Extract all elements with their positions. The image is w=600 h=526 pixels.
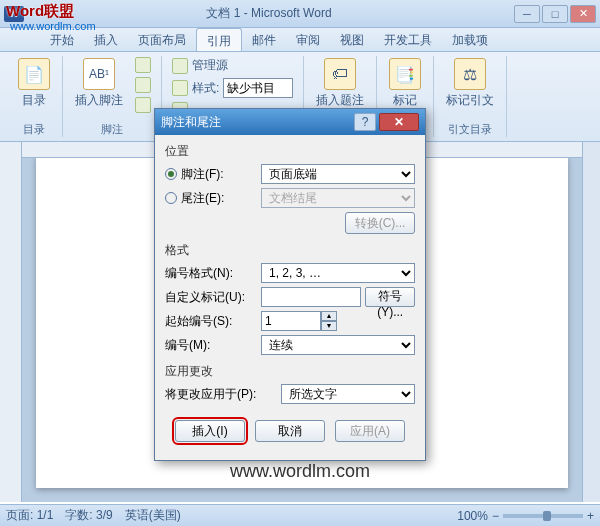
mark-citation-button[interactable]: ⚖ 标记引文: [442, 56, 498, 111]
insert-footnote-button[interactable]: AB¹ 插入脚注: [71, 56, 127, 114]
next-icon: [135, 77, 151, 93]
zoom-in-button[interactable]: +: [587, 509, 594, 523]
status-lang[interactable]: 英语(美国): [125, 507, 181, 524]
minimize-button[interactable]: ─: [514, 5, 540, 23]
footnote-icon: AB¹: [83, 58, 115, 90]
maximize-button[interactable]: □: [542, 5, 568, 23]
apply-to-select[interactable]: 所选文字: [281, 384, 415, 404]
insert-endnote-button[interactable]: [133, 56, 153, 74]
style-icon: [172, 80, 188, 96]
close-button[interactable]: ✕: [570, 5, 596, 23]
mark-cite-label: 标记引文: [446, 92, 494, 109]
tab-review[interactable]: 审阅: [286, 28, 330, 51]
custom-mark-label: 自定义标记(U):: [165, 289, 255, 306]
custom-mark-input[interactable]: [261, 287, 361, 307]
show-icon: [135, 97, 151, 113]
section-format-label: 格式: [165, 242, 415, 259]
toc-label: 目录: [22, 92, 46, 109]
page-watermark-url: www.wordlm.com: [0, 461, 600, 482]
tab-layout[interactable]: 页面布局: [128, 28, 196, 51]
dialog-title: 脚注和尾注: [161, 114, 354, 131]
mark-icon: 📑: [389, 58, 421, 90]
tab-view[interactable]: 视图: [330, 28, 374, 51]
tab-mailings[interactable]: 邮件: [242, 28, 286, 51]
manage-sources-button[interactable]: 管理源: [170, 56, 230, 75]
dialog-close-button[interactable]: ✕: [379, 113, 419, 131]
endnote-radio[interactable]: [165, 192, 177, 204]
dialog-help-button[interactable]: ?: [354, 113, 376, 131]
insert-caption-button[interactable]: 🏷 插入题注: [312, 56, 368, 111]
zoom-value[interactable]: 100%: [457, 509, 488, 523]
footnote-position-select[interactable]: 页面底端: [261, 164, 415, 184]
mark-cite-icon: ⚖: [454, 58, 486, 90]
status-page[interactable]: 页面: 1/1: [6, 507, 53, 524]
start-at-label: 起始编号(S):: [165, 313, 255, 330]
watermark-url: www.wordlm.com: [10, 20, 96, 32]
caption-label: 插入题注: [316, 92, 364, 109]
spin-up-button[interactable]: ▲: [321, 311, 337, 321]
apply-button: 应用(A): [335, 420, 405, 442]
caption-icon: 🏷: [324, 58, 356, 90]
show-notes-button[interactable]: [133, 96, 153, 114]
apply-to-label: 将更改应用于(P):: [165, 386, 275, 403]
zoom-out-button[interactable]: −: [492, 509, 499, 523]
ribbon-group-toc: 📄 目录 目录: [6, 56, 63, 137]
manage-icon: [172, 58, 188, 74]
zoom-controls: 100% − +: [457, 509, 594, 523]
endnote-icon: [135, 57, 151, 73]
tab-references[interactable]: 引用: [196, 28, 242, 51]
cancel-button[interactable]: 取消: [255, 420, 325, 442]
toc-group-label: 目录: [23, 120, 45, 137]
status-bar: 页面: 1/1 字数: 3/9 英语(美国) 100% − +: [0, 504, 600, 526]
authorities-group-label: 引文目录: [448, 120, 492, 137]
footnote-radio[interactable]: [165, 168, 177, 180]
ribbon-group-authorities: ⚖ 标记引文 引文目录: [434, 56, 507, 137]
dialog-titlebar[interactable]: 脚注和尾注 ? ✕: [155, 109, 425, 135]
numbering-select[interactable]: 连续: [261, 335, 415, 355]
window-title: 文档 1 - Microsoft Word: [24, 5, 514, 22]
tab-addins[interactable]: 加载项: [442, 28, 498, 51]
style-selector[interactable]: 样式:: [170, 77, 295, 99]
convert-button: 转换(C)...: [345, 212, 415, 234]
vertical-scrollbar[interactable]: [582, 142, 600, 502]
vertical-ruler[interactable]: [0, 142, 22, 502]
status-words[interactable]: 字数: 3/9: [65, 507, 112, 524]
zoom-slider[interactable]: [503, 514, 583, 518]
tab-developer[interactable]: 开发工具: [374, 28, 442, 51]
next-footnote-button[interactable]: [133, 76, 153, 94]
footnote-radio-label[interactable]: 脚注(F):: [165, 166, 255, 183]
insert-button[interactable]: 插入(I): [175, 420, 245, 442]
toc-button[interactable]: 📄 目录: [14, 56, 54, 111]
endnote-position-select: 文档结尾: [261, 188, 415, 208]
numbering-label: 编号(M):: [165, 337, 255, 354]
mark-entry-button[interactable]: 📑 标记: [385, 56, 425, 111]
number-format-label: 编号格式(N):: [165, 265, 255, 282]
section-position-label: 位置: [165, 143, 415, 160]
style-input[interactable]: [223, 78, 293, 98]
toc-icon: 📄: [18, 58, 50, 90]
number-format-select[interactable]: 1, 2, 3, …: [261, 263, 415, 283]
ribbon-group-footnote: AB¹ 插入脚注 脚注: [63, 56, 162, 137]
footnote-endnote-dialog: 脚注和尾注 ? ✕ 位置 脚注(F): 页面底端 尾注(E): 文档结尾 转换(…: [154, 108, 426, 461]
footnote-label: 插入脚注: [75, 92, 123, 109]
section-apply-label: 应用更改: [165, 363, 415, 380]
spin-down-button[interactable]: ▼: [321, 321, 337, 331]
start-at-input[interactable]: [261, 311, 321, 331]
symbol-button[interactable]: 符号(Y)...: [365, 287, 415, 307]
watermark-logo: Word联盟: [6, 2, 74, 21]
mark-label: 标记: [393, 92, 417, 109]
endnote-radio-label[interactable]: 尾注(E):: [165, 190, 255, 207]
footnote-group-label: 脚注: [101, 120, 123, 137]
